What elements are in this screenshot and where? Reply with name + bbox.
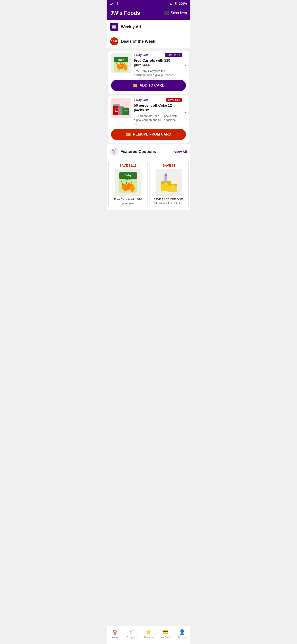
app-header: JW's Foods ⬛ Scan Item: [107, 7, 190, 20]
svg-text:Coca: Coca: [114, 108, 118, 110]
time: 14:44: [110, 2, 118, 5]
svg-text:Cola: Cola: [115, 110, 118, 112]
deal-card-coke[interactable]: Coca Cola Diet Coke Sprite 1 Day Left SA…: [108, 96, 189, 143]
add-to-card-label: ADD TO CARD: [140, 84, 165, 88]
svg-rect-17: [122, 108, 129, 116]
svg-text:Baby: Baby: [118, 58, 124, 61]
card-icon: 🎫: [133, 83, 137, 88]
svg-rect-36: [164, 175, 167, 182]
svg-text:Sprite: Sprite: [124, 110, 128, 111]
weekly-ad-title: Weekly Ad: [121, 24, 141, 29]
view-all-button[interactable]: View All: [174, 150, 187, 154]
svg-text:Carrots: Carrots: [118, 62, 124, 64]
battery-icon: 🔋: [174, 2, 177, 5]
coupon-save-label-1: SAVE $1: [163, 164, 175, 167]
deal-title-carrots: Free Carrots with $10 purchase: [134, 58, 182, 68]
svg-text:Coke: Coke: [119, 111, 123, 113]
wifi-icon: ▲: [169, 2, 172, 5]
deal-card-carrots[interactable]: Baby Carrots 1 Day Left SAVE $1.19 Free …: [108, 50, 189, 94]
deal-image-carrots: Baby Carrots: [111, 53, 131, 73]
svg-text:Baby: Baby: [124, 174, 132, 177]
deals-title: Deals of the Week!: [121, 39, 157, 44]
svg-rect-13: [113, 104, 120, 106]
deal-desc-carrots: Free Baby Carrots with $10 additional no…: [134, 69, 182, 77]
svg-text:Carrots: Carrots: [125, 178, 131, 180]
deal-days-left-coke: 1 Day Left: [134, 98, 148, 102]
battery-level: 100%: [179, 2, 187, 5]
coupons-grid: SAVE $1.19 Baby Carrots Free Carrots wit…: [107, 159, 190, 210]
weekly-ad-section[interactable]: 📰 Weekly Ad: [107, 20, 190, 34]
svg-text:Diet: Diet: [120, 109, 122, 110]
featured-left: ✂️ Featured Coupons: [110, 148, 156, 156]
deal-content-carrots: 1 Day Left SAVE $1.19 Free Carrots with …: [134, 53, 182, 77]
deal-desc-coke: 50 percent off Coke 12 packs with digita…: [134, 114, 182, 126]
deal-chevron-coke: ›: [185, 110, 186, 114]
add-to-card-button-carrots[interactable]: 🎫 ADD TO CARD: [111, 80, 186, 91]
coupon-title-0: Free Carrots with $10 purchase: [111, 198, 145, 205]
deals-section-header: DEAL Deals of the Week!: [107, 34, 190, 49]
remove-from-card-button-coke[interactable]: 🎫 REMOVE FROM CARD: [111, 129, 186, 140]
status-bar: 14:44 ▲ 🔋 100%: [107, 0, 190, 7]
deal-title-coke: 50 percent off Coke 12 packs 3x: [134, 103, 182, 113]
svg-text:Butter: Butter: [164, 182, 169, 184]
deals-icon: DEAL: [110, 37, 118, 46]
weekly-ad-icon: 📰: [110, 23, 118, 31]
coupon-card-0[interactable]: SAVE $1.19 Baby Carrots Free Carrots wit…: [108, 161, 148, 208]
deal-chevron-carrots: ›: [185, 63, 186, 68]
deal-days-left-carrots: 1 Day Left: [134, 53, 148, 56]
scan-item-button[interactable]: ⬛ Scan Item: [164, 10, 187, 16]
remove-from-card-label: REMOVE FROM CARD: [133, 132, 171, 136]
deal-save-badge-coke: SAVE 50%: [166, 98, 182, 102]
featured-coupons-title: Featured Coupons: [120, 149, 156, 154]
scan-label: Scan Item: [171, 11, 187, 15]
featured-coupons-header: ✂️ Featured Coupons View All: [107, 144, 190, 159]
deal-save-badge-carrots: SAVE $1.19: [165, 53, 182, 57]
scan-icon: ⬛: [164, 10, 169, 16]
svg-rect-38: [166, 173, 166, 174]
coupon-save-label-0: SAVE $1.19: [120, 164, 137, 167]
remove-card-icon: 🎫: [126, 132, 131, 137]
featured-coupons-icon: ✂️: [110, 148, 118, 156]
status-icons: ▲ 🔋 100%: [169, 2, 187, 5]
deal-image-coke: Coca Cola Diet Coke Sprite: [111, 98, 131, 118]
coupon-title-1: SAVE $1.00 OFF ONE I 'n't Believe It's N…: [152, 198, 186, 205]
deal-content-coke: 1 Day Left SAVE 50% 50 percent off Coke …: [134, 98, 182, 126]
coupon-image-butter: Butter I Can't Believe Butter: [156, 169, 182, 196]
svg-text:Butter: Butter: [171, 185, 175, 186]
coupon-image-carrots: Baby Carrots: [115, 169, 141, 196]
coupon-card-1[interactable]: SAVE $1 Butter I Can't Believe Butter SA…: [150, 161, 189, 208]
app-title: JW's Foods: [110, 10, 140, 16]
